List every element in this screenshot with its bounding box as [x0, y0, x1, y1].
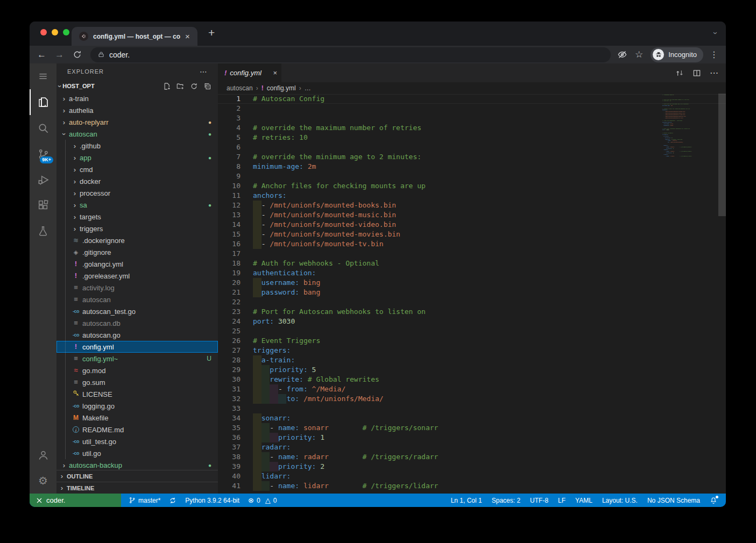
tree-item-triggers[interactable]: ›triggers: [56, 223, 218, 234]
open-changes-icon[interactable]: [675, 69, 684, 77]
code-line: 40 lidarr:: [218, 471, 726, 481]
search-icon[interactable]: [30, 115, 56, 141]
tree-item-auto-replyarr[interactable]: ›auto-replyarr●: [56, 116, 218, 128]
line-number: 16: [218, 239, 241, 249]
python-interpreter[interactable]: Python 3.9.2 64-bit: [185, 497, 239, 504]
tab-search-chevron-icon[interactable]: ›: [711, 32, 720, 34]
menu-hamburger-icon[interactable]: [30, 63, 56, 89]
tree-item-activity-log[interactable]: ≡activity.log: [56, 282, 218, 294]
sidebar-more-icon[interactable]: ⋯: [200, 67, 207, 76]
eol-status[interactable]: LF: [558, 497, 566, 504]
go-file-icon: -co: [72, 331, 80, 339]
tree-item-logging-go[interactable]: -cologging.go: [56, 400, 218, 412]
tree-item-label: docker: [80, 177, 101, 185]
code-viewport[interactable]: 1# Autoscan Config234# override the maxi…: [218, 94, 726, 494]
tree-item-docker[interactable]: ›docker: [56, 175, 218, 187]
breadcrumb[interactable]: autoscan › ! config.yml › …: [218, 82, 726, 94]
account-icon[interactable]: [30, 442, 56, 468]
editor-tab-configyml[interactable]: ! config.yml ×: [218, 63, 281, 82]
tree-item-autoscan-backup[interactable]: ›autoscan-backup●: [56, 459, 218, 470]
editor-more-icon[interactable]: ⋯: [710, 68, 718, 78]
new-folder-icon[interactable]: [176, 82, 185, 90]
chevron-right-icon: ›: [72, 225, 78, 233]
tree-item-sa[interactable]: ›sa●: [56, 199, 218, 211]
remote-indicator[interactable]: coder.: [30, 494, 121, 507]
breadcrumb-more: …: [305, 84, 311, 92]
sidebar-title: EXPLORER ⋯: [56, 63, 218, 80]
keyboard-layout[interactable]: Layout: U.S.: [602, 497, 638, 504]
indentation-status[interactable]: Spaces: 2: [492, 497, 520, 504]
tree-item-label: authelia: [69, 106, 94, 115]
code-line: 25: [218, 326, 726, 336]
git-branch-status[interactable]: master*: [129, 497, 160, 504]
json-schema-status[interactable]: No JSON Schema: [647, 497, 700, 504]
code-text: anchors:: [253, 191, 287, 201]
window-controls[interactable]: [40, 29, 69, 35]
tree-item-readme-md[interactable]: iREADME.md: [56, 424, 218, 435]
bookmark-star-icon[interactable]: ☆: [635, 49, 643, 60]
tree-item-targets[interactable]: ›targets: [56, 211, 218, 223]
tree-item-go-mod[interactable]: ≈go.mod: [56, 365, 218, 376]
tree-item-app[interactable]: ›app●: [56, 152, 218, 163]
tree-item-autoscan-db[interactable]: ≡autoscan.db: [56, 317, 218, 329]
outline-section[interactable]: › OUTLINE: [56, 470, 218, 482]
cursor-position[interactable]: Ln 1, Col 1: [451, 497, 482, 504]
collapse-folders-icon[interactable]: [203, 82, 211, 90]
tree-item-autoscan-go[interactable]: -coautoscan.go: [56, 329, 218, 341]
new-tab-button[interactable]: +: [208, 26, 215, 39]
minimap[interactable]: # Autoscan Config# override the maximum …: [662, 94, 718, 234]
new-file-icon[interactable]: [163, 82, 171, 90]
browser-menu-icon[interactable]: ⋮: [710, 49, 718, 60]
tree-item-processor[interactable]: ›processor: [56, 187, 218, 199]
maximize-window-button[interactable]: [63, 29, 69, 35]
tree-item-util-test-go[interactable]: -coutil_test.go: [56, 435, 218, 447]
tree-item--goreleaser-yml[interactable]: !.goreleaser.yml: [56, 270, 218, 282]
back-icon[interactable]: ←: [37, 49, 46, 60]
timeline-section[interactable]: › TIMELINE: [56, 482, 218, 494]
forward-icon[interactable]: →: [55, 49, 64, 60]
tab-close-icon[interactable]: ×: [273, 69, 277, 77]
problems-status[interactable]: ⊗ 0 △ 0: [248, 496, 277, 504]
explorer-icon[interactable]: [30, 89, 56, 115]
tree-item-autoscan[interactable]: ›autoscan●: [56, 128, 218, 140]
tree-item-autoscan[interactable]: ≡autoscan: [56, 294, 218, 305]
refresh-icon[interactable]: [190, 82, 198, 90]
tree-item-autoscan-test-go[interactable]: -coautoscan_test.go: [56, 305, 218, 317]
tree-item--golangci-yml[interactable]: !.golangci.yml: [56, 258, 218, 270]
tree-item-makefile[interactable]: MMakefile: [56, 412, 218, 424]
tree-item-cmd[interactable]: ›cmd: [56, 163, 218, 175]
encoding-status[interactable]: UTF-8: [530, 497, 548, 504]
eye-off-icon[interactable]: [617, 49, 627, 60]
code-text: - /mnt/unionfs/mounted-music.bin: [253, 210, 396, 220]
tree-item-util-go[interactable]: -coutil.go: [56, 447, 218, 459]
tree-item-config-yml[interactable]: !config.yml: [56, 341, 218, 353]
code-text: username: bing: [253, 278, 320, 288]
chevron-right-icon: ›: [299, 84, 301, 92]
settings-gear-icon[interactable]: ⚙: [30, 468, 56, 494]
address-bar[interactable]: coder.: [90, 47, 611, 62]
source-control-icon[interactable]: 9K+: [30, 141, 56, 167]
tree-item--dockerignore[interactable]: ≋.dockerignore: [56, 234, 218, 246]
close-window-button[interactable]: [40, 29, 47, 35]
extensions-icon[interactable]: [30, 192, 56, 218]
sync-status[interactable]: [169, 497, 176, 504]
run-debug-icon[interactable]: [30, 167, 56, 192]
workspace-root-header[interactable]: › HOST_OPT: [56, 80, 218, 92]
reload-icon[interactable]: [73, 50, 82, 59]
browser-tab[interactable]: config.yml — host_opt — code ×: [72, 27, 197, 46]
tree-item-label: app: [80, 154, 91, 162]
testing-beaker-icon[interactable]: [30, 218, 56, 244]
tree-item-authelia[interactable]: ›authelia: [56, 104, 218, 116]
notifications-bell[interactable]: [710, 497, 717, 504]
tree-item--github[interactable]: ›.github: [56, 140, 218, 152]
tree-item-go-sum[interactable]: ≡go.sum: [56, 376, 218, 388]
language-mode[interactable]: YAML: [575, 497, 592, 504]
tree-item--gitignore[interactable]: ◈.gitignore: [56, 246, 218, 258]
tree-item-config-yml-[interactable]: ≡config.yml~U: [56, 353, 218, 365]
tree-item-a-train[interactable]: ›a-train: [56, 92, 218, 104]
editor-scrollbar[interactable]: [718, 94, 726, 216]
minimize-window-button[interactable]: [52, 29, 58, 35]
tree-item-license[interactable]: LICENSE: [56, 388, 218, 400]
tab-close-icon[interactable]: ×: [185, 32, 190, 40]
split-editor-icon[interactable]: [693, 69, 701, 77]
